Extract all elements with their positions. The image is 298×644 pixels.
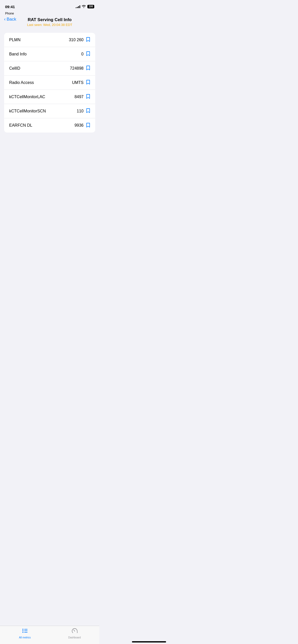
table-row: Radio AccessUMTS bbox=[4, 76, 95, 90]
bookmark-icon[interactable] bbox=[86, 80, 90, 85]
row-label: kCTCellMonitorLAC bbox=[9, 95, 45, 99]
row-value: 8497 bbox=[74, 95, 84, 99]
table-row: kCTCellMonitorLAC8497 bbox=[4, 90, 95, 104]
table-row: EARFCN DL9936 bbox=[4, 118, 95, 133]
phone-label-row: Phone bbox=[0, 12, 99, 15]
row-label: Band Info bbox=[9, 52, 27, 56]
row-value: 110 bbox=[77, 109, 84, 113]
row-right: 310 260 bbox=[69, 37, 90, 43]
row-label: PLMN bbox=[9, 38, 20, 42]
row-right: 9936 bbox=[74, 123, 90, 128]
back-button[interactable]: ‹ Back bbox=[4, 17, 16, 22]
nav-bar: ‹ Back RAT Serving Cell Info Last seen: … bbox=[0, 16, 99, 29]
last-seen-subtitle: Last seen: Wed, 20:04:38 EDT bbox=[27, 23, 72, 27]
status-icons: 100 bbox=[76, 5, 94, 9]
status-bar: 09:41 100 bbox=[0, 0, 99, 11]
row-right: 8497 bbox=[74, 94, 90, 100]
row-label: EARFCN DL bbox=[9, 123, 32, 128]
phone-label: Phone bbox=[5, 12, 14, 15]
bookmark-icon[interactable] bbox=[86, 123, 90, 128]
bookmark-icon[interactable] bbox=[86, 37, 90, 43]
page-title: RAT Serving Cell Info bbox=[28, 17, 72, 22]
table-row: Band Info0 bbox=[4, 47, 95, 61]
content-area: PLMN310 260 Band Info0 CellID724898 Radi… bbox=[0, 29, 99, 215]
bookmark-icon[interactable] bbox=[86, 94, 90, 100]
row-value: 0 bbox=[81, 52, 84, 56]
row-label: kCTCellMonitorSCN bbox=[9, 109, 46, 113]
table-row: kCTCellMonitorSCN110 bbox=[4, 104, 95, 118]
row-value: UMTS bbox=[72, 80, 84, 85]
table-row: CellID724898 bbox=[4, 61, 95, 76]
row-value: 9936 bbox=[74, 123, 84, 128]
table-row: PLMN310 260 bbox=[4, 33, 95, 47]
row-right: 724898 bbox=[70, 65, 90, 71]
row-label: Radio Access bbox=[9, 80, 34, 85]
wifi-icon bbox=[82, 5, 86, 9]
back-label: Back bbox=[7, 17, 16, 22]
row-right: 0 bbox=[81, 51, 90, 57]
bookmark-icon[interactable] bbox=[86, 108, 90, 114]
row-label: CellID bbox=[9, 66, 20, 71]
status-time: 09:41 bbox=[5, 5, 15, 9]
battery-icon: 100 bbox=[87, 5, 94, 8]
bookmark-icon[interactable] bbox=[86, 65, 90, 71]
row-value: 310 260 bbox=[69, 38, 84, 42]
signal-strength-icon bbox=[76, 5, 80, 8]
row-right: UMTS bbox=[72, 80, 90, 85]
bookmark-icon[interactable] bbox=[86, 51, 90, 57]
info-card: PLMN310 260 Band Info0 CellID724898 Radi… bbox=[4, 33, 95, 133]
row-right: 110 bbox=[77, 108, 90, 114]
row-value: 724898 bbox=[70, 66, 84, 71]
back-chevron-icon: ‹ bbox=[4, 17, 6, 22]
